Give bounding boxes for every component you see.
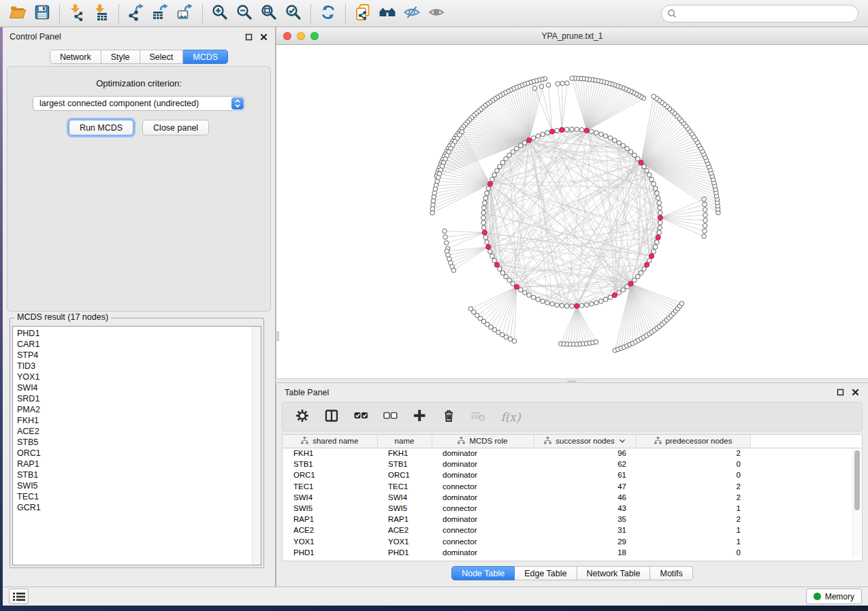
network-canvas[interactable] [276, 45, 868, 378]
delete-icon [442, 409, 456, 425]
export-image-button[interactable] [174, 3, 196, 24]
clone-network-button[interactable] [352, 3, 374, 24]
table-row[interactable]: YOX1YOX1connector291 [283, 536, 862, 547]
column-header-predecessor-nodes[interactable]: predecessor nodes [636, 435, 750, 448]
optimization-criterion-label: Optimization criterion: [7, 78, 270, 88]
mcds-result-item[interactable]: ACE2 [17, 426, 261, 437]
refresh-button[interactable] [317, 3, 339, 24]
close-panel-icon[interactable] [259, 33, 268, 42]
memory-button[interactable]: Memory [806, 589, 862, 604]
mcds-result-item[interactable]: TID3 [17, 361, 261, 371]
criterion-select[interactable]: largest connected component (undirected) [33, 96, 245, 111]
columns-button[interactable] [323, 409, 340, 425]
mcds-result-item[interactable]: STP4 [17, 350, 261, 361]
select-all-button[interactable] [353, 409, 369, 425]
column-header-shared-name[interactable]: shared name [283, 435, 377, 448]
column-header-filler [750, 435, 862, 448]
column-header-name[interactable]: name [377, 435, 432, 448]
mcds-result-item[interactable]: STB1 [17, 469, 261, 480]
right-area: YPA_prune.txt_1 Table Panel f(x) shared … [276, 27, 868, 587]
zoom-out-button[interactable] [234, 3, 255, 24]
show-graphics-button[interactable] [425, 3, 447, 24]
tab-network[interactable]: Network [50, 50, 101, 64]
hide-graphics-icon [403, 3, 421, 23]
table-row[interactable]: PHD1PHD1dominator180 [283, 547, 862, 558]
table-toolbar: f(x) [282, 402, 863, 431]
table-tabs: Node TableEdge TableNetwork TableMotifs [451, 566, 693, 580]
delete-table-icon [471, 409, 485, 425]
table-row[interactable]: SWI5SWI5connector431 [283, 503, 862, 514]
mcds-result-item[interactable]: RAP1 [17, 459, 261, 469]
minimize-window-icon[interactable] [297, 32, 305, 40]
deselect-all-button[interactable] [382, 409, 398, 425]
tab-style[interactable]: Style [101, 50, 140, 64]
tab-mcds[interactable]: MCDS [183, 50, 228, 64]
search-binoculars-button[interactable] [376, 3, 398, 24]
add-icon [413, 409, 427, 425]
column-header-successor-nodes[interactable]: successor nodes [534, 435, 636, 448]
export-table-button[interactable] [150, 3, 172, 24]
network-view-window: YPA_prune.txt_1 [276, 27, 868, 378]
import-table-button[interactable] [91, 3, 112, 24]
table-row[interactable]: ACE2ACE2connector311 [283, 525, 862, 535]
float-panel-icon[interactable] [244, 33, 253, 42]
vertical-splitter[interactable] [276, 331, 279, 341]
close-table-panel-icon[interactable] [851, 388, 860, 397]
column-header-MCDS-role[interactable]: MCDS role [432, 435, 534, 448]
mcds-result-item[interactable]: SRD1 [17, 393, 261, 404]
network-titlebar: YPA_prune.txt_1 [276, 27, 868, 45]
zoom-selected-button[interactable] [283, 3, 304, 24]
import-network-button[interactable] [66, 3, 88, 24]
mcds-result-item[interactable]: SWI4 [17, 382, 261, 393]
select-all-icon [354, 409, 368, 425]
table-row[interactable]: RAP1RAP1dominator352 [283, 514, 862, 525]
export-network-button[interactable] [125, 3, 147, 24]
table-row[interactable]: STB1STB1dominator620 [283, 459, 862, 469]
zoom-fit-button[interactable] [258, 3, 280, 24]
mcds-result-item[interactable]: SWI5 [17, 480, 261, 491]
toolbar-separator [202, 4, 203, 23]
search-field[interactable] [661, 5, 858, 22]
mcds-result-item[interactable]: CAR1 [17, 339, 261, 350]
add-button[interactable] [411, 409, 428, 425]
mcds-result-list[interactable]: PHD1CAR1STP4TID3YOX1SWI4SRD1PMA2FKH1ACE2… [12, 326, 261, 565]
close-window-icon[interactable] [283, 32, 291, 40]
search-input[interactable] [680, 9, 852, 18]
tab-motifs[interactable]: Motifs [650, 566, 692, 580]
table-row[interactable]: TEC1TEC1connector472 [283, 481, 862, 492]
mcds-result-item[interactable]: PMA2 [17, 404, 261, 415]
refresh-icon [319, 3, 337, 23]
table-scrollbar[interactable] [852, 448, 861, 557]
table-row[interactable]: ORC1ORC1dominator610 [283, 469, 862, 480]
mcds-result-item[interactable]: GCR1 [17, 502, 261, 513]
column-type-icon [654, 437, 662, 446]
table-row[interactable]: FKH1FKH1dominator962 [283, 448, 862, 459]
tab-select[interactable]: Select [140, 50, 184, 64]
open-file-button[interactable] [7, 3, 29, 24]
maximize-window-icon[interactable] [310, 32, 319, 40]
delete-button[interactable] [440, 409, 457, 425]
mcds-result-item[interactable]: TEC1 [17, 491, 261, 502]
settings-icon [295, 409, 310, 425]
zoom-in-button[interactable] [209, 3, 231, 24]
tab-network-table[interactable]: Network Table [577, 566, 651, 580]
table-scrollbar-thumb[interactable] [854, 450, 860, 510]
result-scrollbar[interactable] [252, 327, 261, 565]
settings-button[interactable] [294, 409, 310, 425]
horizontal-splitter[interactable] [276, 378, 868, 383]
close-panel-button[interactable]: Close panel [142, 120, 209, 135]
table-row[interactable]: SWI4SWI4dominator462 [283, 492, 862, 503]
toolbar-separator [118, 4, 119, 23]
tab-node-table[interactable]: Node Table [451, 566, 515, 580]
mcds-result-item[interactable]: FKH1 [17, 415, 261, 426]
task-history-button[interactable] [9, 589, 29, 604]
float-table-panel-icon[interactable] [836, 388, 845, 397]
save-session-button[interactable] [31, 3, 53, 24]
tab-edge-table[interactable]: Edge Table [515, 566, 577, 580]
hide-graphics-button[interactable] [401, 3, 423, 24]
mcds-result-item[interactable]: YOX1 [17, 371, 261, 382]
mcds-result-item[interactable]: PHD1 [17, 328, 261, 339]
mcds-result-item[interactable]: STB5 [17, 437, 261, 448]
run-mcds-button[interactable]: Run MCDS [69, 120, 133, 135]
mcds-result-item[interactable]: ORC1 [17, 448, 261, 459]
